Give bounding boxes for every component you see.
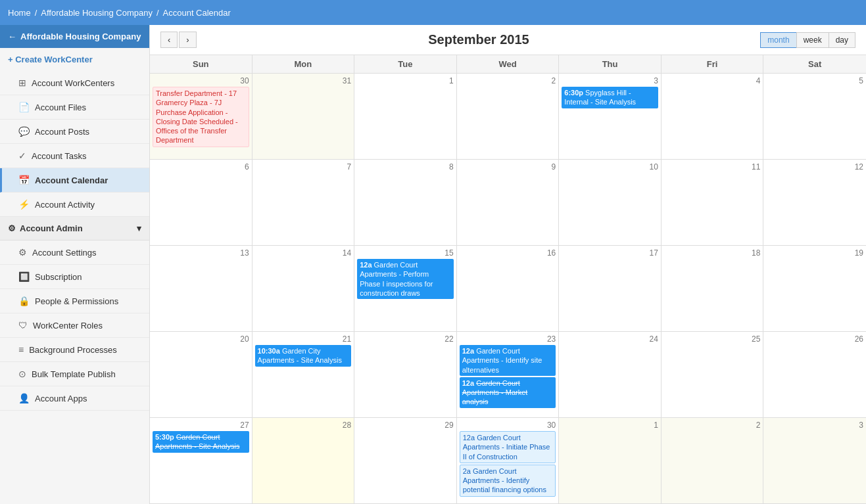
- cal-cell-w0-d5[interactable]: 4: [662, 74, 764, 159]
- cal-cell-w3-d0[interactable]: 20: [150, 332, 253, 417]
- posts-icon: 💬: [18, 126, 30, 137]
- company-link[interactable]: Affordable Housing Company: [41, 8, 153, 18]
- admin-label-apps: Account Apps: [35, 394, 87, 403]
- subscription-icon: 🔲: [18, 271, 30, 282]
- cal-cell-w0-d6[interactable]: 5: [763, 74, 866, 159]
- cal-cell-w1-d5[interactable]: 11: [662, 160, 764, 245]
- event-w3-d3-1[interactable]: 12a Garden Court Apartments - Market ana…: [460, 377, 556, 408]
- cal-cell-w3-d6[interactable]: 26: [763, 332, 866, 417]
- sidebar-items: ⊞Account WorkCenters📄Account Files💬Accou…: [0, 71, 149, 217]
- cal-cell-w1-d1[interactable]: 7: [253, 160, 355, 245]
- cal-cell-w1-d2[interactable]: 8: [354, 160, 457, 245]
- cal-cell-w1-d0[interactable]: 6: [150, 160, 253, 245]
- top-bar: Home / Affordable Housing Company / Acco…: [0, 0, 866, 25]
- sidebar-item-tasks[interactable]: ✓Account Tasks: [0, 144, 149, 168]
- event-w3-d1-0[interactable]: 10:30a Garden City Apartments - Site Ana…: [255, 345, 352, 367]
- cal-cell-w1-d6[interactable]: 12: [763, 160, 866, 245]
- people-icon: 🔒: [18, 296, 30, 306]
- event-w4-d3-1[interactable]: 2a Garden Court Apartments - Identify po…: [460, 465, 556, 497]
- cal-cell-w2-d6[interactable]: 19: [763, 246, 866, 331]
- cal-cell-w2-d5[interactable]: 18: [662, 246, 764, 331]
- cal-cell-w4-d3[interactable]: 3012a Garden Court Apartments - Initiate…: [457, 418, 560, 503]
- day-view-button[interactable]: day: [829, 32, 855, 48]
- day-name-mon: Mon: [253, 55, 355, 73]
- cal-cell-w2-d4[interactable]: 17: [559, 246, 662, 331]
- cal-cell-w4-d1[interactable]: 28: [253, 418, 355, 503]
- cal-cell-w4-d5[interactable]: 2: [662, 418, 764, 503]
- event-w0-d0-0[interactable]: Transfer Department - 17 Gramercy Plaza …: [153, 87, 249, 147]
- week-3: 202110:30a Garden City Apartments - Site…: [150, 332, 866, 418]
- create-workcenter-button[interactable]: + Create WorkCenter: [0, 48, 149, 71]
- gear-icon: ⚙: [8, 223, 16, 233]
- cal-cell-w4-d4[interactable]: 1: [559, 418, 662, 503]
- cal-cell-w3-d5[interactable]: 25: [662, 332, 764, 417]
- week-2: 13141512a Garden Court Apartments - Perf…: [150, 246, 866, 332]
- cal-cell-w0-d2[interactable]: 1: [354, 74, 457, 159]
- cal-cell-w1-d3[interactable]: 9: [457, 160, 560, 245]
- event-w4-d3-0[interactable]: 12a Garden Court Apartments - Initiate P…: [460, 431, 556, 463]
- admin-item-apps[interactable]: 👤Account Apps: [0, 386, 149, 411]
- cal-cell-w3-d2[interactable]: 22: [354, 332, 457, 417]
- home-link[interactable]: Home: [8, 8, 31, 18]
- cal-cell-w3-d4[interactable]: 24: [559, 332, 662, 417]
- cal-cell-w4-d6[interactable]: 3: [763, 418, 866, 503]
- company-name: Affordable Housing Company: [20, 32, 141, 41]
- day-num-w0-d6: 5: [766, 76, 863, 85]
- cal-cell-w4-d0[interactable]: 275:30p Garden Court Apartments - Site A…: [150, 418, 253, 503]
- admin-item-roles[interactable]: 🛡WorkCenter Roles: [0, 313, 149, 338]
- day-name-thu: Thu: [559, 55, 662, 73]
- roles-icon: 🛡: [18, 320, 28, 331]
- day-num-w4-d6: 3: [766, 421, 863, 430]
- cal-cell-w2-d2[interactable]: 1512a Garden Court Apartments - Perform …: [354, 246, 457, 331]
- prev-button[interactable]: ‹: [160, 32, 178, 48]
- cal-cell-w4-d2[interactable]: 29: [354, 418, 457, 503]
- cal-cell-w2-d0[interactable]: 13: [150, 246, 253, 331]
- admin-item-background[interactable]: ≡Background Processes: [0, 338, 149, 362]
- cal-cell-w0-d1[interactable]: 31: [253, 74, 355, 159]
- day-num-w4-d4: 1: [562, 421, 658, 430]
- week-view-button[interactable]: week: [796, 32, 829, 48]
- bulk-icon: ⊙: [18, 369, 26, 379]
- admin-label-background: Background Processes: [29, 345, 117, 355]
- event-w3-d3-0[interactable]: 12a Garden Court Apartments - Identify s…: [460, 345, 556, 376]
- next-button[interactable]: ›: [179, 32, 196, 48]
- admin-item-bulk[interactable]: ⊙Bulk Template Publish: [0, 362, 149, 386]
- admin-section[interactable]: ⚙ Account Admin ▾: [0, 217, 149, 241]
- event-time-w2-d2-0: 12a: [360, 261, 373, 269]
- sidebar: ← Affordable Housing Company + Create Wo…: [0, 25, 150, 504]
- cal-cell-w0-d4[interactable]: 36:30p Spyglass Hill - Internal - Site A…: [559, 74, 662, 159]
- cal-cell-w1-d4[interactable]: 10: [559, 160, 662, 245]
- sidebar-label-calendar: Account Calendar: [35, 175, 108, 185]
- cal-cell-w0-d0[interactable]: 30Transfer Department - 17 Gramercy Plaz…: [150, 74, 253, 159]
- day-num-w2-d1: 14: [255, 248, 352, 258]
- event-time-w0-d4-0: 6:30p: [564, 89, 585, 97]
- cal-cell-w3-d1[interactable]: 2110:30a Garden City Apartments - Site A…: [253, 332, 355, 417]
- event-w0-d4-0[interactable]: 6:30p Spyglass Hill - Internal - Site An…: [562, 87, 658, 108]
- cal-cell-w3-d3[interactable]: 2312a Garden Court Apartments - Identify…: [457, 332, 560, 417]
- admin-item-people[interactable]: 🔒People & Permissions: [0, 289, 149, 313]
- day-num-w2-d2: 15: [357, 248, 454, 258]
- sidebar-item-workcenters[interactable]: ⊞Account WorkCenters: [0, 71, 149, 95]
- sidebar-item-posts[interactable]: 💬Account Posts: [0, 120, 149, 144]
- admin-item-subscription[interactable]: 🔲Subscription: [0, 265, 149, 289]
- company-header[interactable]: ← Affordable Housing Company: [0, 25, 149, 48]
- page-label: Account Calendar: [163, 8, 231, 18]
- cal-cell-w2-d1[interactable]: 14: [253, 246, 355, 331]
- day-num-w0-d3: 2: [460, 76, 556, 85]
- sidebar-item-files[interactable]: 📄Account Files: [0, 95, 149, 120]
- day-num-w2-d5: 18: [664, 248, 761, 258]
- admin-item-settings[interactable]: ⚙Account Settings: [0, 241, 149, 265]
- day-num-w0-d5: 4: [664, 76, 761, 85]
- day-num-w3-d2: 22: [357, 334, 454, 344]
- event-w2-d2-0[interactable]: 12a Garden Court Apartments - Perform Ph…: [357, 259, 454, 299]
- cal-cell-w0-d3[interactable]: 2: [457, 74, 560, 159]
- back-arrow-icon: ←: [8, 32, 16, 41]
- month-view-button[interactable]: month: [760, 32, 796, 48]
- day-num-w3-d3: 23: [460, 334, 556, 344]
- sidebar-label-workcenters: Account WorkCenters: [32, 78, 114, 88]
- cal-cell-w2-d3[interactable]: 16: [457, 246, 560, 331]
- event-w4-d0-0[interactable]: 5:30p Garden Court Apartments - Site Ana…: [153, 431, 249, 453]
- day-num-w1-d4: 10: [562, 162, 658, 172]
- sidebar-item-calendar[interactable]: 📅Account Calendar: [0, 168, 149, 193]
- sidebar-item-activity[interactable]: ⚡Account Activity: [0, 193, 149, 217]
